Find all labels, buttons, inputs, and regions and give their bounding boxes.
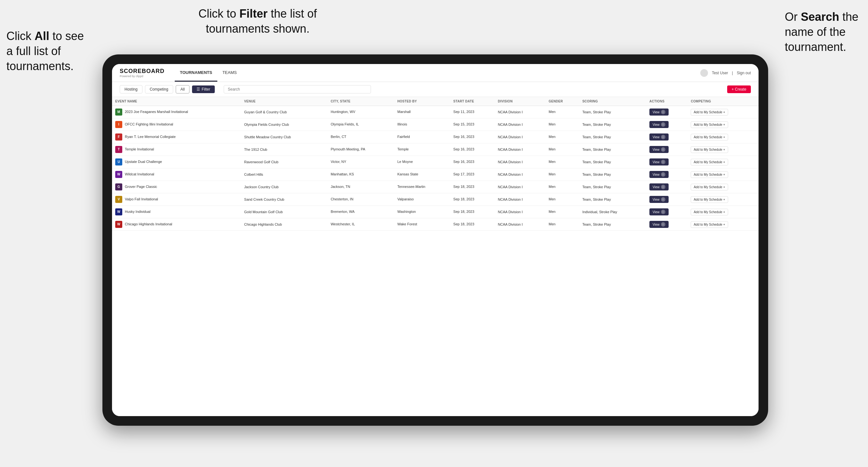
add-schedule-button[interactable]: Add to My Schedule +	[691, 121, 728, 128]
cell-scoring: Team, Stroke Play	[579, 193, 646, 206]
col-start-date: START DATE	[450, 97, 495, 106]
view-button[interactable]: View i	[649, 121, 669, 128]
cell-competing: Add to My Schedule +	[687, 106, 758, 118]
cell-start-date: Sep 15, 2023	[450, 118, 495, 131]
cell-venue: Sand Creek Country Club	[241, 193, 328, 206]
create-button[interactable]: + Create	[727, 86, 751, 93]
cell-gender: Men	[546, 118, 579, 131]
view-button[interactable]: View i	[649, 133, 669, 141]
cell-event-name: W Wildcat Invitational	[112, 168, 241, 181]
view-button[interactable]: View i	[649, 183, 669, 190]
signout-link[interactable]: Sign out	[737, 71, 751, 75]
nav-tab-teams[interactable]: TEAMS	[217, 64, 242, 82]
cell-competing: Add to My Schedule +	[687, 156, 758, 168]
cell-event-name: W Husky Individual	[112, 206, 241, 218]
nav-tabs: TOURNAMENTS TEAMS	[175, 64, 242, 82]
all-tab[interactable]: All	[176, 85, 189, 93]
view-button[interactable]: View i	[649, 196, 669, 203]
view-button[interactable]: View i	[649, 108, 669, 116]
view-button[interactable]: View i	[649, 171, 669, 178]
cell-event-name: G Grover Page Classic	[112, 181, 241, 193]
add-schedule-button[interactable]: Add to My Schedule +	[691, 134, 728, 141]
user-label: Test User	[712, 71, 728, 75]
logo-text: SCOREBOARD	[120, 68, 164, 74]
cell-division: NCAA Division I	[495, 206, 546, 218]
cell-competing: Add to My Schedule +	[687, 206, 758, 218]
view-button[interactable]: View i	[649, 208, 669, 215]
cell-city-state: Berlin, CT	[328, 131, 394, 144]
table-row: V Valpo Fall Invitational Sand Creek Cou…	[112, 193, 758, 206]
add-schedule-button[interactable]: Add to My Schedule +	[691, 196, 728, 203]
cell-gender: Men	[546, 131, 579, 144]
annotation-search: Or Search thename of thetournament.	[785, 9, 859, 54]
app-header: SCOREBOARD Powered by clippd TOURNAMENTS…	[112, 64, 758, 82]
col-gender: GENDER	[546, 97, 579, 106]
cell-event-name: M 2023 Joe Feaganes Marshall Invitationa…	[112, 106, 241, 118]
col-competing: COMPETING	[687, 97, 758, 106]
cell-start-date: Sep 17, 2023	[450, 168, 495, 181]
annotation-all: Click All to seea full list oftournament…	[6, 29, 84, 73]
cell-division: NCAA Division I	[495, 168, 546, 181]
cell-hosted-by: Marshall	[394, 106, 450, 118]
view-button[interactable]: View i	[649, 221, 669, 228]
cell-city-state: Bremerton, WA	[328, 206, 394, 218]
cell-start-date: Sep 16, 2023	[450, 131, 495, 144]
add-schedule-button[interactable]: Add to My Schedule +	[691, 171, 728, 178]
toolbar: Hosting Competing All ☰ Filter + Create	[112, 82, 758, 97]
cell-start-date: Sep 11, 2023	[450, 106, 495, 118]
event-name-text: Chicago Highlands Invitational	[125, 222, 172, 227]
cell-venue: Shuttle Meadow Country Club	[241, 131, 328, 144]
table-row: W Husky Individual Gold Mountain Golf Cl…	[112, 206, 758, 218]
add-schedule-button[interactable]: Add to My Schedule +	[691, 109, 728, 116]
cell-division: NCAA Division I	[495, 106, 546, 118]
info-icon: i	[661, 197, 665, 201]
table-row: W Wildcat Invitational Colbert Hills Man…	[112, 168, 758, 181]
cell-city-state: Huntington, WV	[328, 106, 394, 118]
team-logo: U	[115, 158, 122, 165]
view-button[interactable]: View i	[649, 158, 669, 165]
cell-event-name: W Chicago Highlands Invitational	[112, 218, 241, 231]
cell-hosted-by: Temple	[394, 144, 450, 156]
cell-division: NCAA Division I	[495, 144, 546, 156]
cell-actions: View i	[646, 156, 687, 168]
nav-tab-tournaments[interactable]: TOURNAMENTS	[175, 64, 217, 82]
event-name-text: Grover Page Classic	[125, 184, 157, 189]
filter-button[interactable]: ☰ Filter	[192, 86, 215, 93]
cell-hosted-by: Tennessee-Martin	[394, 181, 450, 193]
cell-division: NCAA Division I	[495, 181, 546, 193]
view-button[interactable]: View i	[649, 146, 669, 153]
cell-hosted-by: Le Moyne	[394, 156, 450, 168]
cell-hosted-by: Valparaiso	[394, 193, 450, 206]
cell-hosted-by: Washington	[394, 206, 450, 218]
team-logo: M	[115, 108, 122, 116]
search-input[interactable]	[224, 85, 371, 93]
competing-tab[interactable]: Competing	[145, 85, 173, 93]
add-schedule-button[interactable]: Add to My Schedule +	[691, 146, 728, 153]
cell-gender: Men	[546, 144, 579, 156]
cell-actions: View i	[646, 168, 687, 181]
cell-gender: Men	[546, 206, 579, 218]
add-schedule-button[interactable]: Add to My Schedule +	[691, 221, 728, 228]
cell-actions: View i	[646, 131, 687, 144]
cell-division: NCAA Division I	[495, 118, 546, 131]
info-icon: i	[661, 172, 665, 177]
add-schedule-button[interactable]: Add to My Schedule +	[691, 184, 728, 190]
team-logo: F	[115, 133, 122, 141]
cell-gender: Men	[546, 156, 579, 168]
annotation-filter: Click to Filter the list oftournaments s…	[198, 6, 317, 36]
team-logo: T	[115, 146, 122, 153]
add-schedule-button[interactable]: Add to My Schedule +	[691, 159, 728, 165]
cell-actions: View i	[646, 106, 687, 118]
col-hosted-by: HOSTED BY	[394, 97, 450, 106]
add-schedule-button[interactable]: Add to My Schedule +	[691, 209, 728, 215]
cell-competing: Add to My Schedule +	[687, 131, 758, 144]
cell-actions: View i	[646, 118, 687, 131]
team-logo: V	[115, 196, 122, 203]
cell-hosted-by: Fairfield	[394, 131, 450, 144]
hosting-tab[interactable]: Hosting	[120, 85, 143, 93]
cell-start-date: Sep 18, 2023	[450, 181, 495, 193]
table-row: U Upstate Dual Challenge Ravenwood Golf …	[112, 156, 758, 168]
cell-scoring: Team, Stroke Play	[579, 144, 646, 156]
cell-venue: Guyan Golf & Country Club	[241, 106, 328, 118]
cell-gender: Men	[546, 193, 579, 206]
